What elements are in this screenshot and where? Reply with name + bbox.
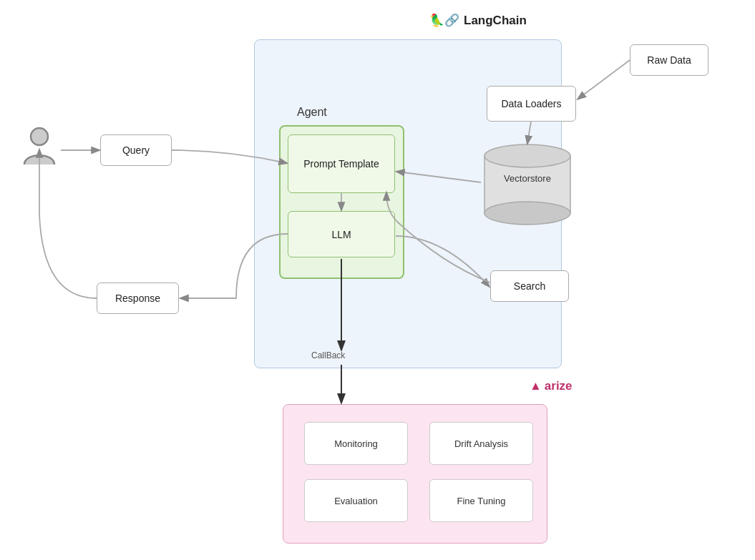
langchain-emoji: 🦜🔗: [429, 13, 459, 28]
arize-triangle-icon: ▲: [530, 379, 542, 393]
arize-logo: ▲ arize: [530, 379, 573, 393]
drift-analysis-box: Drift Analysis: [429, 422, 533, 465]
response-box: Response: [97, 283, 179, 314]
vectorstore-box: Vectorstore: [481, 143, 574, 225]
diagram-container: 🦜🔗 LangChain ▲ arize Agent Query Respons…: [0, 0, 755, 560]
svg-line-6: [578, 60, 630, 99]
search-box: Search: [490, 270, 569, 302]
agent-label: Agent: [297, 106, 327, 119]
langchain-title: 🦜🔗 LangChain: [429, 13, 527, 28]
evaluation-box: Evaluation: [304, 479, 408, 522]
data-loaders-box: Data Loaders: [487, 86, 576, 122]
svg-point-0: [31, 128, 48, 145]
llm-box: LLM: [288, 211, 395, 257]
arize-label: arize: [545, 379, 573, 393]
svg-point-3: [484, 202, 570, 225]
person-icon: [21, 125, 57, 168]
fine-tuning-box: Fine Tuning: [429, 479, 533, 522]
callback-label: CallBack: [311, 350, 345, 360]
raw-data-box: Raw Data: [630, 44, 708, 76]
query-box: Query: [100, 134, 172, 166]
prompt-template-box: Prompt Template: [288, 134, 395, 193]
vectorstore-label: Vectorstore: [481, 173, 574, 184]
langchain-label: LangChain: [464, 14, 527, 28]
monitoring-box: Monitoring: [304, 422, 408, 465]
svg-point-2: [484, 144, 570, 167]
